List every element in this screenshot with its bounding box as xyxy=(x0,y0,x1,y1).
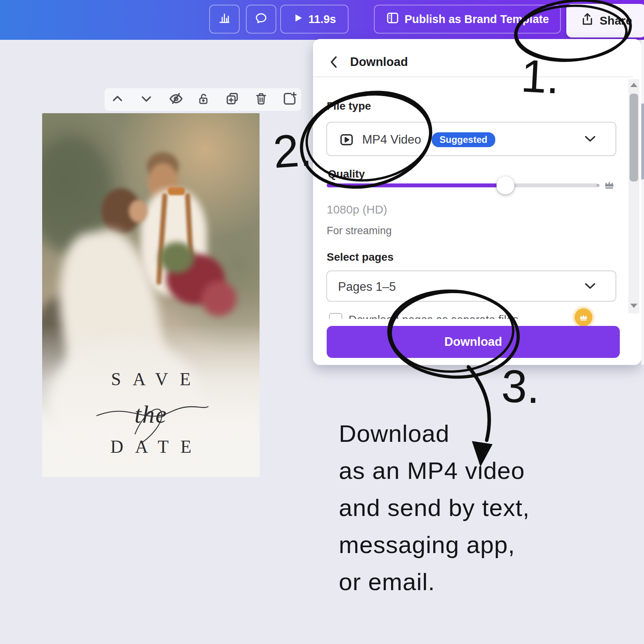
unlock-icon xyxy=(196,92,210,107)
share-upload-icon xyxy=(580,12,595,30)
panel-scrollbar-thumb[interactable] xyxy=(630,94,638,181)
quality-slider-fill xyxy=(327,183,498,187)
move-down-button[interactable] xyxy=(138,91,155,108)
note-line-2: as an MP4 video xyxy=(339,457,525,484)
select-pages-dropdown[interactable]: Pages 1–5 xyxy=(326,270,616,302)
panel-back-button[interactable] xyxy=(329,55,339,70)
chevron-left-icon xyxy=(329,63,339,70)
video-play-icon xyxy=(339,132,354,149)
download-button[interactable]: Download xyxy=(327,326,620,358)
design-text-the: the xyxy=(42,400,260,429)
brand-template-icon xyxy=(386,11,400,28)
download-button-label: Download xyxy=(444,335,502,349)
select-pages-label: Select pages xyxy=(327,251,393,263)
file-type-dropdown[interactable]: MP4 Video Suggested xyxy=(326,122,616,156)
share-label: Share xyxy=(600,14,632,27)
chevron-down-icon xyxy=(584,282,596,292)
step-1-number: 1. xyxy=(520,49,561,104)
insights-button[interactable] xyxy=(209,5,240,34)
suggested-badge: Suggested xyxy=(432,132,495,147)
design-text-save: SAVE xyxy=(42,369,260,390)
comment-bubble-icon xyxy=(254,11,268,27)
publish-brand-template-button[interactable]: Publish as Brand Template xyxy=(374,5,561,34)
panel-title: Download xyxy=(350,55,408,69)
comments-button[interactable] xyxy=(246,5,276,34)
trash-icon xyxy=(254,92,268,107)
page-scrollbar-track[interactable] xyxy=(641,40,644,365)
design-preview[interactable]: SAVE the DATE xyxy=(42,113,260,477)
quality-hint: For streaming xyxy=(327,225,392,237)
note-line-3: and send by text, xyxy=(339,494,530,521)
quality-value: 1080p (HD) xyxy=(327,203,387,216)
note-line-1: Download xyxy=(339,420,450,447)
quality-slider-thumb[interactable] xyxy=(496,176,514,194)
select-pages-value: Pages 1–5 xyxy=(338,280,396,294)
duration-label: 11.9s xyxy=(308,13,336,26)
lock-button[interactable] xyxy=(195,91,212,108)
add-page-icon xyxy=(282,91,297,108)
crown-icon xyxy=(603,179,615,192)
scroll-up-arrow[interactable] xyxy=(630,83,637,87)
slider-end-dot xyxy=(596,184,600,187)
pro-crown-badge xyxy=(575,308,592,326)
page-scrollbar-thumb[interactable] xyxy=(641,103,644,180)
move-up-button[interactable] xyxy=(109,91,126,108)
design-text-date: DATE xyxy=(42,436,260,457)
share-button[interactable]: Share xyxy=(566,4,644,37)
quality-label: Quality xyxy=(328,168,365,180)
chevron-down-icon xyxy=(584,135,596,144)
chevron-up-icon xyxy=(111,92,124,107)
publish-label: Publish as Brand Template xyxy=(404,13,549,26)
hide-button[interactable] xyxy=(167,91,185,108)
delete-button[interactable] xyxy=(253,91,270,108)
note-line-4: messaging app, xyxy=(339,531,515,559)
play-duration-button[interactable]: 11.9s xyxy=(280,5,349,34)
duplicate-button[interactable] xyxy=(224,91,241,108)
canva-editor-screen: 11.9s Publish as Brand Template Share xyxy=(0,0,644,644)
step-2-number: 2. xyxy=(271,123,313,179)
panel-divider xyxy=(313,76,633,77)
file-type-label: File type xyxy=(327,100,371,112)
file-type-value: MP4 Video xyxy=(362,133,421,147)
scroll-down-arrow[interactable] xyxy=(630,304,637,308)
top-toolbar: 11.9s Publish as Brand Template Share xyxy=(0,0,644,40)
note-line-5: or email. xyxy=(339,568,435,596)
bar-chart-icon xyxy=(218,11,231,27)
add-page-button[interactable] xyxy=(279,91,300,108)
chevron-down-icon xyxy=(140,92,153,107)
play-icon xyxy=(293,12,304,26)
eye-off-icon xyxy=(168,91,184,108)
step-3-number: 3. xyxy=(501,359,541,413)
duplicate-icon xyxy=(225,91,240,108)
